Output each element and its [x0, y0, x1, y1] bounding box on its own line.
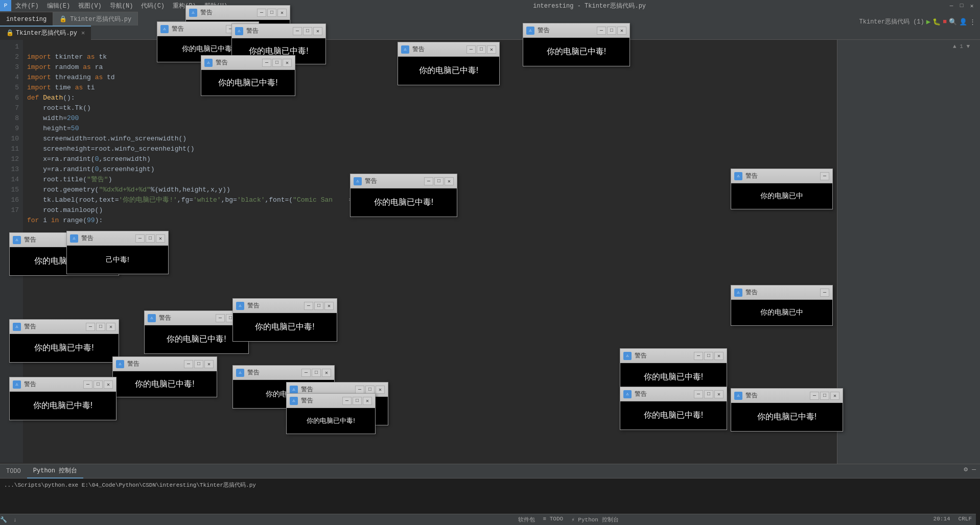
popup-minimize[interactable]: —	[257, 9, 266, 17]
popup-maximize[interactable]: □	[267, 9, 276, 17]
popup-10-titlebar: ⚠ 警告 — □ ✕	[67, 231, 168, 246]
popup-minimize[interactable]: —	[820, 172, 829, 180]
popup-close[interactable]: ✕	[313, 27, 322, 35]
minimize-btn[interactable]: —	[947, 2, 955, 10]
popup-minimize[interactable]: —	[820, 289, 829, 297]
terminal-tab-python[interactable]: Python 控制台	[27, 464, 83, 479]
popup-minimize[interactable]: —	[86, 323, 95, 331]
popup-6[interactable]: ⚠ 警告 — □ ✕ 你的电脑已中毒!	[523, 23, 630, 66]
popup-message: 你的电脑已中毒!	[218, 78, 277, 88]
popup-minimize[interactable]: —	[83, 380, 92, 389]
settings-icon[interactable]: ⚙	[964, 465, 968, 473]
minimize-terminal-icon[interactable]: —	[972, 466, 976, 473]
stop-btn[interactable]: ■	[943, 18, 947, 26]
run-btn[interactable]: ▶	[926, 17, 930, 26]
popup-minimize[interactable]: —	[810, 392, 819, 400]
user-btn[interactable]: 👤	[959, 18, 967, 26]
menu-view[interactable]: 视图(V)	[74, 0, 106, 11]
popup-minimize[interactable]: —	[355, 386, 364, 394]
popup-maximize[interactable]: □	[607, 27, 616, 35]
popup-close[interactable]: ✕	[106, 323, 115, 331]
popup-close[interactable]: ✕	[714, 352, 724, 360]
popup-maximize[interactable]: □	[314, 302, 323, 310]
popup-minimize[interactable]: —	[184, 360, 193, 368]
popup-maximize[interactable]: □	[194, 360, 203, 368]
popup-title: 警告	[365, 177, 421, 185]
popup-5[interactable]: ⚠ 警告 — □ ✕ 你的电脑已中毒!	[398, 42, 500, 85]
popup-8[interactable]: ⚠ 警告 — 你的电脑已中	[731, 169, 833, 209]
popup-minimize[interactable]: —	[597, 27, 606, 35]
popup-minimize[interactable]: —	[301, 369, 311, 377]
search-btn[interactable]: 🔍	[949, 18, 957, 26]
popup-minimize[interactable]: —	[262, 59, 271, 67]
close-btn[interactable]: ✕	[968, 2, 976, 10]
popup-minimize[interactable]: —	[694, 390, 703, 398]
popup-11[interactable]: ⚠ 警告 — □ ✕ 你的电脑已中毒!	[9, 319, 119, 363]
tab-interesting[interactable]: interesting	[0, 12, 53, 26]
popup-maximize[interactable]: □	[704, 352, 713, 360]
popup-17[interactable]: ⚠ 警告 — □ ✕ 你的电脑已中毒!	[620, 387, 727, 430]
popup-maximize[interactable]: □	[303, 27, 312, 35]
popup-16[interactable]: ⚠ 警告 — □ ✕ 你的电脑已中毒!	[620, 348, 727, 392]
popup-edge-top[interactable]: ⚠ 警告 — □ ✕ 你的电脑已中毒!	[731, 388, 843, 432]
more-btn[interactable]: ⋮	[969, 18, 976, 26]
menu-file[interactable]: 文件(F)	[11, 0, 43, 11]
popup-close[interactable]: ✕	[487, 45, 496, 54]
popup-20[interactable]: ⚠ 警告 — □ ✕ 你的电脑已中毒!	[9, 377, 116, 420]
popup-title: 警告	[538, 26, 594, 35]
popup-maximize[interactable]: □	[477, 45, 486, 54]
wrench-icon: 🔧	[0, 516, 7, 523]
popup-minimize[interactable]: —	[304, 302, 313, 310]
popup-maximize[interactable]: □	[820, 392, 829, 400]
debug-btn[interactable]: 🐛	[932, 18, 941, 26]
terminal-tab-todo[interactable]: TODO	[0, 464, 27, 479]
menu-code[interactable]: 代码(C)	[137, 0, 169, 11]
popup-maximize[interactable]: □	[94, 380, 103, 389]
menu-edit[interactable]: 编辑(E)	[43, 0, 75, 11]
popup-maximize[interactable]: □	[96, 323, 105, 331]
popup-close[interactable]: ✕	[363, 397, 372, 405]
maximize-btn[interactable]: □	[958, 2, 966, 10]
popup-close[interactable]: ✕	[714, 390, 724, 398]
menu-nav[interactable]: 导航(N)	[106, 0, 137, 11]
popup-close[interactable]: ✕	[376, 386, 385, 394]
popup-18[interactable]: ⚠ 警告 — 你的电脑已中	[731, 285, 833, 326]
popup-minimize[interactable]: —	[342, 397, 352, 405]
popup-close[interactable]: ✕	[617, 27, 626, 35]
popup-maximize[interactable]: □	[312, 369, 321, 377]
popup-14[interactable]: ⚠ 警告 — □ ✕ 你的电脑已中毒!	[112, 356, 217, 397]
popup-close[interactable]: ✕	[104, 380, 113, 389]
popup-4[interactable]: ⚠ 警告 — □ ✕ 你的电脑已中毒!	[201, 55, 295, 96]
popup-minimize[interactable]: —	[135, 234, 145, 243]
popup-icon: ⚠	[204, 59, 213, 67]
popup-17-titlebar: ⚠ 警告 — □ ✕	[620, 387, 727, 401]
popup-close[interactable]: ✕	[156, 234, 165, 243]
popup-close[interactable]: ✕	[277, 9, 287, 17]
popup-maximize[interactable]: □	[434, 177, 444, 185]
popup-close[interactable]: ✕	[283, 59, 292, 67]
popup-minimize[interactable]: —	[216, 314, 225, 322]
popup-close[interactable]: ✕	[830, 392, 839, 400]
popup-close[interactable]: ✕	[322, 369, 331, 377]
popup-minimize[interactable]: —	[424, 177, 433, 185]
popup-13[interactable]: ⚠ 警告 — □ ✕ 你的电脑已中毒!	[232, 298, 337, 342]
popup-maximize[interactable]: □	[704, 390, 713, 398]
popup-minimize[interactable]: —	[694, 352, 703, 360]
popup-title: 警告	[301, 385, 352, 394]
popup-overlap1[interactable]: ⚠ 警告 — □ ✕ 你的电脑已中毒!	[286, 393, 376, 434]
popup-close[interactable]: ✕	[324, 302, 334, 310]
popup-maximize[interactable]: □	[353, 397, 362, 405]
tab-close-btn[interactable]: ✕	[81, 29, 85, 37]
popup-close[interactable]: ✕	[204, 360, 214, 368]
popup-minimize[interactable]: —	[293, 27, 302, 35]
popup-close[interactable]: ✕	[445, 177, 454, 185]
popup-maximize[interactable]: □	[146, 234, 155, 243]
popup-body: 你的电脑已中毒!	[351, 188, 457, 217]
file-tab-active[interactable]: 🔒 Tkinter恶搞代码.py ✕	[0, 26, 91, 40]
popup-maximize[interactable]: □	[272, 59, 282, 67]
popup-10[interactable]: ⚠ 警告 — □ ✕ 己中毒!	[66, 231, 169, 274]
popup-minimize[interactable]: —	[466, 45, 476, 54]
popup-maximize[interactable]: □	[365, 386, 375, 394]
tab-file1[interactable]: 🔒 Tkinter恶搞代码.py	[53, 12, 138, 26]
popup-7[interactable]: ⚠ 警告 — □ ✕ 你的电脑已中毒!	[350, 174, 457, 217]
